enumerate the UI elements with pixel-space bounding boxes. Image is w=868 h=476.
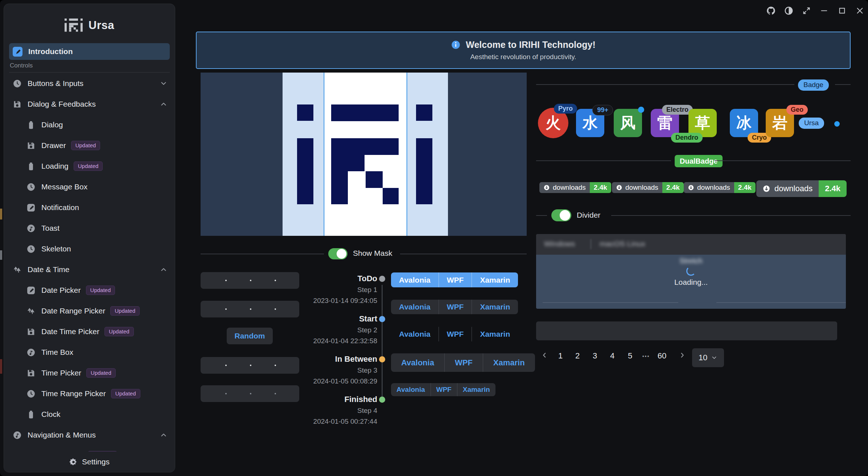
pagination-page-1[interactable]: 1 xyxy=(555,351,566,361)
updated-badge: Updated xyxy=(111,389,140,398)
sidebar-item-label: Clock xyxy=(41,410,61,419)
ipv4-box[interactable] xyxy=(201,301,299,317)
titlebar-button-expand[interactable] xyxy=(802,6,811,16)
sidebar-item-buttons-inputs[interactable]: Buttons & Inputs xyxy=(9,75,173,92)
group-button-avalonia[interactable]: Avalonia xyxy=(391,300,439,314)
sidebar-item-label: Toast xyxy=(41,224,59,233)
dual-badge-value: 2.4k xyxy=(819,180,847,197)
group-button-wpf[interactable]: WPF xyxy=(439,327,472,341)
badge-tile[interactable]: 火Pyro xyxy=(538,108,568,138)
sidebar-item-time-box[interactable]: Time Box xyxy=(9,344,173,361)
show-mask-toggle[interactable] xyxy=(328,248,347,259)
sidebar-item-date-picker[interactable]: Date PickerUpdated xyxy=(9,282,173,299)
group-button-avalonia[interactable]: Avalonia xyxy=(391,383,431,396)
divider-line xyxy=(611,215,851,216)
sidebar-divider xyxy=(9,72,170,73)
download-icon xyxy=(616,184,622,191)
sidebar-item-drawer[interactable]: DrawerUpdated xyxy=(9,137,173,154)
badge-tile[interactable]: 岩Geo xyxy=(766,109,794,137)
github-icon xyxy=(766,6,776,16)
clock-icon xyxy=(26,182,36,192)
badge-tile[interactable]: 草Dendro xyxy=(688,109,717,137)
sidebar-item-label: Dialog xyxy=(41,120,63,129)
group-button-wpf[interactable]: WPF xyxy=(439,300,472,314)
titlebar-button-github[interactable] xyxy=(766,6,776,16)
sidebar-item-loading[interactable]: LoadingUpdated xyxy=(9,158,173,175)
floppy-icon xyxy=(26,327,36,336)
download-icon xyxy=(543,184,550,191)
titlebar-button-maximize[interactable] xyxy=(837,6,847,16)
badge-tile[interactable]: 冰Cryo xyxy=(730,109,758,137)
step-dot xyxy=(379,276,385,282)
tab-macos-linux[interactable]: macOS Linux xyxy=(600,239,645,248)
sidebar-item-introduction[interactable]: Introduction xyxy=(9,43,170,60)
titlebar-button-theme[interactable] xyxy=(784,6,794,16)
sidebar-item-date-time[interactable]: Date & Time xyxy=(9,261,173,278)
sidebar-item-date-range-picker[interactable]: Date Range PickerUpdated xyxy=(9,303,173,319)
updated-badge: Updated xyxy=(71,141,100,150)
sidebar-item-clock[interactable]: Clock xyxy=(9,406,173,423)
titlebar-button-minimize[interactable] xyxy=(819,6,829,16)
ipv4-box[interactable] xyxy=(201,357,299,374)
show-mask-divider: Show Mask xyxy=(201,246,527,262)
pagination-page-size-select[interactable]: 10 xyxy=(692,348,724,367)
group-button-xamarin[interactable]: Xamarin xyxy=(457,383,495,396)
pagination-ellipsis[interactable]: ••• xyxy=(641,353,651,359)
pagination-page-3[interactable]: 3 xyxy=(589,351,600,361)
badge-tile[interactable]: 水99+ xyxy=(576,109,604,137)
ipv4-box[interactable] xyxy=(201,272,299,289)
pagination-page-4[interactable]: 4 xyxy=(607,351,618,361)
sidebar-item-time-picker[interactable]: Time PickerUpdated xyxy=(9,365,173,381)
random-button[interactable]: Random xyxy=(227,328,273,344)
sidebar-item-dialog-feedbacks[interactable]: Dialog & Feedbacks xyxy=(9,96,173,112)
group-button-avalonia[interactable]: Avalonia xyxy=(391,327,439,341)
ipv4-box-disabled[interactable] xyxy=(201,385,299,402)
sidebar-item-skeleton[interactable]: Skeleton xyxy=(9,241,173,257)
sidebar-item-notification[interactable]: Notification xyxy=(9,199,173,216)
pagination-page-2[interactable]: 2 xyxy=(572,351,583,361)
button-group-dark-small: AvaloniaWPFXamarin xyxy=(391,383,495,396)
group-button-xamarin[interactable]: Xamarin xyxy=(472,300,518,314)
step-title: ToDo xyxy=(357,274,377,283)
divider-toggle[interactable] xyxy=(551,209,571,221)
step-subtitle: Step 3 xyxy=(357,366,377,374)
tab-windows[interactable]: Windows xyxy=(544,239,575,248)
stepper: ToDoStep 12023-01-14 09:24:05StartStep 2… xyxy=(305,268,392,428)
step-dot xyxy=(379,397,385,403)
pagination-prev-button[interactable] xyxy=(539,351,550,361)
group-button-avalonia[interactable]: Avalonia xyxy=(391,353,444,372)
group-button-wpf[interactable]: WPF xyxy=(444,353,483,372)
divider-line xyxy=(716,302,846,303)
group-button-xamarin[interactable]: Xamarin xyxy=(472,327,518,341)
background-speck xyxy=(0,250,2,260)
group-button-wpf[interactable]: WPF xyxy=(431,383,457,396)
sidebar-item-navigation-menus[interactable]: Navigation & Menus xyxy=(9,427,173,443)
dual-badge[interactable]: downloads2.4k xyxy=(539,182,611,193)
pagination-next-button[interactable] xyxy=(677,351,688,361)
group-button-avalonia[interactable]: Avalonia xyxy=(391,272,439,287)
group-button-xamarin[interactable]: Xamarin xyxy=(483,353,535,372)
group-button-wpf[interactable]: WPF xyxy=(439,272,472,287)
dual-badge-left-label: downloads xyxy=(553,184,586,192)
dual-badge[interactable]: downloads2.4k xyxy=(684,182,756,193)
badge-tile[interactable]: 风 xyxy=(614,109,642,137)
divider-line xyxy=(715,160,851,161)
sidebar-item-message-box[interactable]: Message Box xyxy=(9,178,173,195)
pen-square-icon xyxy=(26,203,36,212)
dual-badge[interactable]: downloads2.4k xyxy=(612,182,684,193)
settings-button[interactable]: Settings xyxy=(4,452,175,472)
sidebar-item-date-time-picker[interactable]: Date Time PickerUpdated xyxy=(9,323,173,340)
step-time: 2023-01-14 09:24:05 xyxy=(313,297,377,305)
group-button-xamarin[interactable]: Xamarin xyxy=(472,272,518,287)
sidebar-item-dialog[interactable]: Dialog xyxy=(9,116,173,133)
close-icon xyxy=(855,6,865,16)
ursa-logo-icon xyxy=(65,19,83,32)
pagination-page-60[interactable]: 60 xyxy=(657,351,667,361)
sidebar-item-toast[interactable]: Toast xyxy=(9,220,173,237)
background-speck xyxy=(0,359,2,374)
sidebar-item-time-range-picker[interactable]: Time Range PickerUpdated xyxy=(9,385,173,402)
titlebar-button-close[interactable] xyxy=(855,6,865,16)
empty-input-box[interactable] xyxy=(536,321,837,340)
dual-badge[interactable]: downloads2.4k xyxy=(756,180,847,197)
pagination-page-5[interactable]: 5 xyxy=(625,351,635,361)
